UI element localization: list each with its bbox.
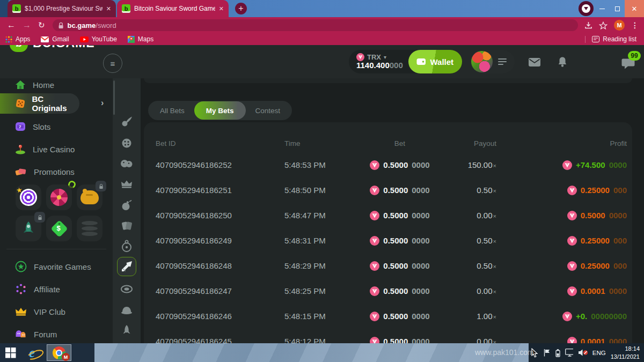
tab-close-icon[interactable]: ✕: [219, 5, 224, 12]
keno-crown-icon[interactable]: [117, 174, 136, 194]
language-indicator[interactable]: ENG: [592, 350, 606, 356]
sidebar-collapse-button[interactable]: ≡: [103, 54, 122, 73]
currency-selector[interactable]: TRX ▾ 1140.400000: [356, 53, 403, 70]
sidebar-item-favorite-games[interactable]: Favorite Games: [0, 260, 113, 273]
game-shortcut-wheel[interactable]: [46, 184, 72, 210]
hat-cards-game-icon[interactable]: [117, 300, 136, 320]
tray-battery-icon[interactable]: [555, 349, 560, 357]
game-shortcut-dart[interactable]: ★: [16, 184, 41, 210]
new-tab-button[interactable]: +: [235, 3, 247, 14]
chrome-profile-badge: M: [62, 353, 70, 361]
browser-profile-avatar[interactable]: M: [614, 20, 625, 31]
address-bar[interactable]: bc.game/sword: [53, 19, 578, 31]
trx-coin-icon: [370, 312, 379, 321]
chevron-right-icon[interactable]: ›: [101, 98, 104, 108]
apps-grid-icon: [5, 36, 12, 43]
bet-amount: 0.50000000: [370, 236, 429, 246]
bet-id: 40709052946186245: [156, 337, 284, 343]
limbo-timer-icon[interactable]: [117, 237, 136, 256]
media-control-button[interactable]: [579, 1, 594, 16]
sidebar-item-home[interactable]: Home: [0, 78, 113, 91]
sidebar-item-promotions[interactable]: Promotions: [0, 165, 113, 178]
sidebar-item-vip-club[interactable]: VIP Club: [0, 305, 113, 318]
maps-icon: [128, 36, 135, 43]
browser-tab-2-active[interactable]: b Bitcoin Saviour Sword Game - Pla ✕: [117, 0, 229, 17]
game-shortcut-rocket[interactable]: [16, 216, 41, 241]
coin-stack-icon: [82, 220, 98, 237]
bookmark-apps[interactable]: Apps: [5, 35, 30, 43]
table-row[interactable]: 407090529461862515:48:50 PM0.500000000.5…: [156, 178, 629, 203]
tray-clock[interactable]: 18:14 13/11/2021: [611, 345, 640, 361]
window-minimize-button[interactable]: [595, 0, 610, 17]
trx-coin-icon: [567, 211, 577, 220]
sidebar-item-forum[interactable]: Forum: [0, 328, 113, 341]
bookmark-star-icon[interactable]: [599, 21, 608, 29]
bookmark-youtube[interactable]: YouTube: [80, 35, 117, 43]
bookmark-gmail[interactable]: Gmail: [41, 35, 69, 43]
download-icon[interactable]: [584, 21, 592, 29]
table-row[interactable]: 407090529461862485:48:29 PM0.500000000.5…: [156, 253, 629, 278]
sidebar-item-label: BC Originals: [32, 94, 79, 113]
notifications-bell-icon[interactable]: [558, 56, 567, 68]
bet-time: 5:48:31 PM: [284, 236, 360, 245]
game-shortcut-coins[interactable]: [77, 216, 103, 241]
browser-menu-icon[interactable]: ⋮: [631, 21, 639, 29]
sidebar-item-affiliate[interactable]: Affiliate: [0, 283, 113, 295]
multiplier-symbol: ×: [493, 263, 496, 270]
table-row[interactable]: 407090529461862475:48:25 PM0.500000000.0…: [156, 278, 629, 304]
bet-amount: 0.50000000: [370, 286, 429, 296]
sidebar-item-bc-originals[interactable]: BC Originals: [0, 93, 79, 114]
chrome-taskbar-button[interactable]: M: [47, 344, 71, 361]
affiliate-icon: [15, 283, 27, 295]
window-maximize-button[interactable]: [610, 0, 625, 17]
rocket-game-icon[interactable]: [117, 321, 136, 340]
tab-all-bets[interactable]: All Bets: [150, 107, 194, 115]
bomb-game-icon[interactable]: [117, 196, 136, 215]
cookies-game-icon[interactable]: [117, 154, 136, 173]
browser-tab-1[interactable]: b $1,000 Prestige Saviour Sword Ch ✕: [8, 0, 116, 17]
sidebar-item-slots[interactable]: 7 Slots: [0, 120, 113, 133]
url-domain: bc.game: [68, 21, 96, 29]
internet-explorer-icon[interactable]: e: [29, 346, 35, 359]
plinko-game-icon[interactable]: [117, 134, 136, 153]
bet-id: 40709052946186249: [156, 236, 284, 245]
back-button[interactable]: ←: [7, 20, 16, 30]
table-row[interactable]: 407090529461862525:48:53 PM0.50000000150…: [156, 152, 629, 178]
strip-scrollbar[interactable]: [113, 80, 115, 115]
messages-envelope-icon[interactable]: [529, 58, 540, 67]
wallet-button[interactable]: Wallet: [408, 50, 462, 73]
bet-profit: +0.00000000: [562, 312, 629, 321]
start-button-icon[interactable]: [5, 348, 16, 358]
bcgame-logo[interactable]: b BC.GAME: [10, 45, 95, 52]
tray-network-icon[interactable]: [565, 349, 574, 357]
game-shortcut-piggy[interactable]: [77, 184, 103, 210]
bet-amount: 0.50000000: [370, 211, 429, 220]
table-row[interactable]: 407090529461862465:48:15 PM0.500000001.0…: [156, 304, 629, 329]
tray-flag-icon[interactable]: [543, 349, 550, 357]
table-row[interactable]: 407090529461862495:48:31 PM0.500000000.5…: [156, 228, 629, 253]
cards-game-icon[interactable]: [117, 216, 136, 235]
sword-game-icon-selected[interactable]: [117, 257, 136, 276]
window-close-button[interactable]: ✕: [625, 0, 644, 17]
table-row[interactable]: 407090529461862505:48:47 PM0.500000000.0…: [156, 203, 629, 228]
table-row[interactable]: 407090529461862455:48:12 PM0.500000000.0…: [156, 329, 629, 343]
crash-game-icon[interactable]: [117, 112, 136, 131]
dice-icon: [15, 98, 25, 109]
sidebar-item-live-casino[interactable]: Live Casino: [0, 143, 113, 156]
youtube-icon: [80, 36, 89, 42]
tab-my-bets-active[interactable]: My Bets: [194, 101, 246, 120]
reading-list-button[interactable]: Reading list: [592, 35, 636, 43]
user-avatar[interactable]: [471, 51, 493, 72]
bookmark-label: Maps: [138, 35, 153, 43]
chip-game-icon[interactable]: [117, 279, 136, 299]
trx-coin-icon: [370, 186, 379, 195]
lock-icon: [58, 22, 64, 29]
multiplier-symbol: ×: [493, 314, 496, 320]
tab-contest[interactable]: Contest: [246, 107, 290, 115]
bookmark-maps[interactable]: Maps: [128, 35, 153, 43]
reload-button[interactable]: ↻: [38, 20, 45, 30]
tab-close-icon[interactable]: ✕: [106, 5, 111, 12]
tray-volume-muted-icon[interactable]: [578, 349, 587, 357]
user-profile-group[interactable]: [470, 50, 515, 73]
game-shortcut-tag[interactable]: $: [46, 216, 72, 241]
